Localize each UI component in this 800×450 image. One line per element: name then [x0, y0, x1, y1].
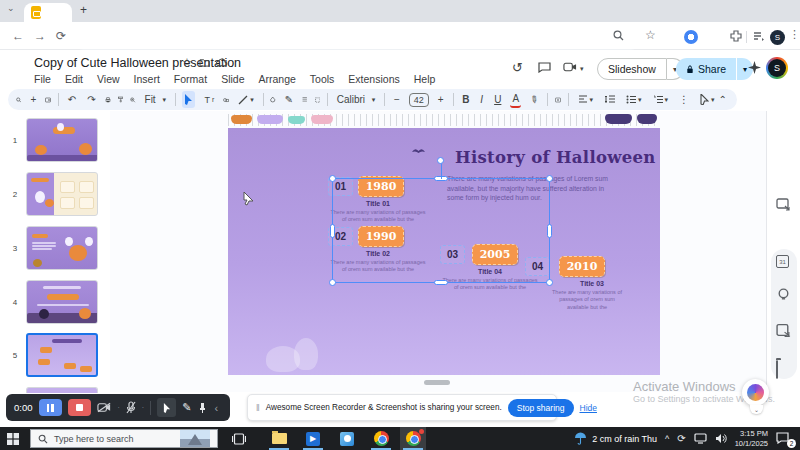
menu-insert[interactable]: Insert	[134, 73, 160, 85]
bulleted-list-dropdown[interactable]: ▾	[624, 91, 644, 108]
camera-off-icon[interactable]	[97, 402, 112, 413]
calendar-icon[interactable]: 31	[776, 255, 789, 268]
tasks-icon[interactable]	[776, 323, 791, 338]
hide-menus-button[interactable]: ⌃	[717, 91, 729, 108]
font-size-increase-button[interactable]: +	[436, 91, 446, 108]
insert-line-button[interactable]: ▾	[236, 91, 256, 108]
hide-sharing-bar-link[interactable]: Hide	[580, 403, 597, 413]
new-tab-button[interactable]: +	[80, 3, 87, 17]
show-hidden-icons-button[interactable]: ^	[665, 434, 669, 444]
font-family-dropdown[interactable]: Calibri ▾	[335, 91, 378, 108]
extensions-puzzle-icon[interactable]	[730, 30, 742, 42]
capture-screenshot-icon[interactable]	[776, 197, 791, 212]
task-view-button[interactable]	[226, 427, 252, 450]
share-button[interactable]: Share	[676, 58, 736, 80]
filmstrip-item-1[interactable]: 1	[8, 118, 98, 162]
meet-camera-icon[interactable]	[563, 62, 577, 72]
align-dropdown[interactable]: ▾	[576, 91, 596, 108]
redo-button[interactable]: ↷	[85, 91, 97, 108]
text-box-button[interactable]: Tr	[202, 91, 216, 108]
network-display-icon[interactable]	[694, 433, 707, 444]
menu-view[interactable]: View	[97, 73, 120, 85]
slide-thumbnail-4[interactable]	[26, 280, 98, 324]
comment-icon[interactable]	[538, 62, 551, 73]
menu-slide[interactable]: Slide	[221, 73, 244, 85]
pause-recording-button[interactable]	[39, 399, 62, 416]
resize-handle-s[interactable]	[434, 280, 448, 285]
resize-handle-w[interactable]	[330, 224, 335, 238]
back-icon[interactable]: ←	[12, 29, 24, 43]
resize-handle-nw[interactable]	[329, 175, 336, 182]
weather-widget[interactable]: 2 cm of rain Thu	[574, 432, 657, 445]
camera-dropdown-icon[interactable]: ·	[118, 404, 120, 411]
slide-thumbnail-3[interactable]	[26, 226, 98, 270]
insert-shape-icon[interactable]	[223, 95, 229, 105]
file-explorer-taskbar-icon[interactable]	[266, 427, 292, 450]
taskbar-clock[interactable]: 3:15 PM 10/1/2025	[735, 429, 768, 448]
resize-handle-se[interactable]	[546, 279, 553, 286]
timeline-title[interactable]: Title 03	[559, 280, 625, 287]
filmstrip-item-2[interactable]: 2	[8, 172, 98, 216]
onedrive-sync-icon[interactable]: ⟳	[677, 433, 685, 444]
volume-icon[interactable]	[715, 433, 727, 444]
chrome-menu-icon[interactable]: ⋮	[789, 28, 800, 41]
recorder-floating-widget[interactable]	[742, 379, 769, 406]
resize-handle-sw[interactable]	[329, 279, 336, 286]
font-size-field[interactable]: 42	[409, 93, 429, 107]
cloud-status-icon[interactable]	[216, 58, 228, 67]
zoom-fit-dropdown[interactable]: Fit ▾	[143, 91, 168, 108]
reading-list-icon[interactable]	[753, 31, 765, 42]
slide-thumbnail-5-selected[interactable]	[26, 333, 98, 377]
selection-bounding-box[interactable]	[332, 178, 550, 283]
browser-profile-avatar[interactable]: S	[770, 30, 785, 45]
mic-dropdown-icon[interactable]: ·	[142, 404, 144, 411]
menu-edit[interactable]: Edit	[65, 73, 83, 85]
filmstrip-item-6[interactable]	[8, 387, 98, 393]
new-slide-layout-icon[interactable]	[45, 95, 51, 105]
menu-arrange[interactable]: Arrange	[258, 73, 295, 85]
mic-off-icon[interactable]	[126, 401, 136, 414]
menu-tools[interactable]: Tools	[310, 73, 335, 85]
gemini-sparkle-icon[interactable]	[748, 61, 761, 74]
photos-taskbar-icon[interactable]	[334, 427, 360, 450]
print-icon[interactable]	[105, 95, 111, 105]
fill-color-icon[interactable]	[270, 94, 275, 105]
brush-tool-button[interactable]	[197, 402, 208, 414]
menu-help[interactable]: Help	[414, 73, 436, 85]
reload-icon[interactable]: ⟳	[56, 29, 66, 43]
filmstrip-item-4[interactable]: 4	[8, 280, 98, 324]
bookmark-star-icon[interactable]: ☆	[645, 28, 656, 42]
move-folder-icon[interactable]	[199, 58, 210, 67]
border-weight-icon[interactable]	[302, 95, 307, 104]
timeline-year-badge[interactable]: 2010	[559, 256, 605, 277]
undo-button[interactable]: ↶	[66, 91, 78, 108]
search-highlight-image[interactable]	[180, 430, 210, 447]
resize-handle-ne[interactable]	[546, 175, 553, 182]
format-options-more-button[interactable]: ⋮	[677, 91, 691, 108]
italic-button[interactable]: I	[478, 91, 485, 108]
highlight-color-button[interactable]: ✎	[524, 89, 544, 110]
filmstrip-item-3[interactable]: 3	[8, 226, 98, 270]
stop-recording-button[interactable]	[68, 399, 91, 416]
insert-comment-icon[interactable]	[555, 95, 561, 105]
version-history-icon[interactable]: ↺	[512, 60, 523, 75]
select-tool-button[interactable]	[182, 91, 195, 108]
slide-title[interactable]: History of Halloween	[455, 148, 656, 167]
bold-button[interactable]: B	[460, 91, 471, 108]
font-size-decrease-button[interactable]: −	[392, 91, 402, 108]
canvas-scrollbar[interactable]	[424, 380, 450, 385]
rotate-handle[interactable]	[437, 157, 444, 164]
text-color-button[interactable]: A	[510, 91, 521, 108]
zoom-in-icon[interactable]	[130, 95, 135, 105]
paint-format-icon[interactable]	[118, 94, 123, 105]
new-slide-button[interactable]: +	[28, 91, 38, 108]
browser-tab[interactable]	[24, 3, 72, 22]
folder-icon[interactable]	[776, 360, 778, 379]
chrome-taskbar-icon[interactable]	[368, 427, 394, 450]
timeline-body[interactable]: There are many variations of passages of…	[549, 289, 625, 311]
account-avatar[interactable]: S	[766, 57, 788, 79]
menu-extensions[interactable]: Extensions	[348, 73, 399, 85]
document-title[interactable]: Copy of Cute Halloween presentation	[34, 56, 241, 70]
collapse-recorder-icon[interactable]: ‹	[214, 402, 218, 414]
tab-search-chevron-icon[interactable]: ⌄	[7, 3, 15, 13]
